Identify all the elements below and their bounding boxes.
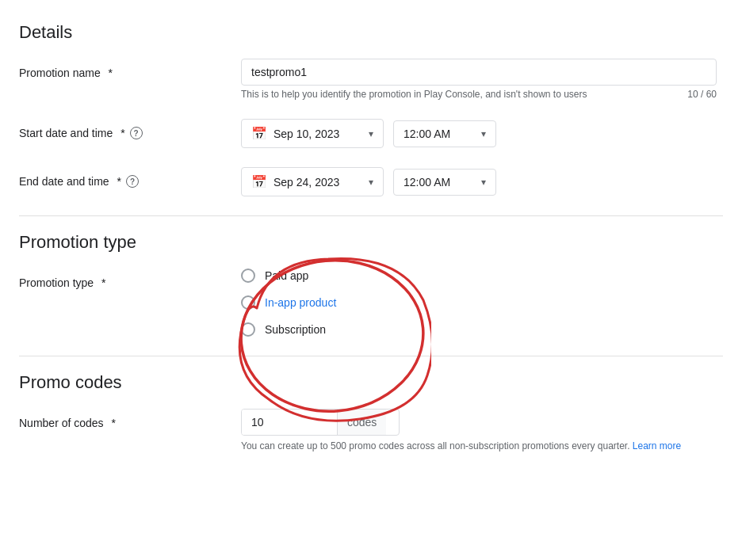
start-date-label: Start date and time * ? xyxy=(19,119,241,139)
radio-subscription[interactable] xyxy=(241,322,255,337)
calendar-icon: 📅 xyxy=(251,126,267,141)
promotion-type-label: Promotion type * xyxy=(19,269,241,289)
subscription-label: Subscription xyxy=(265,323,326,336)
radio-option-subscription[interactable]: Subscription xyxy=(241,322,723,337)
codes-hint: You can create up to 500 promo codes acr… xyxy=(241,440,717,451)
details-title: Details xyxy=(19,22,723,43)
codes-unit-label: codes xyxy=(337,410,386,435)
start-time-picker[interactable]: 12:00 AM ▾ xyxy=(393,120,496,147)
promotion-type-radio-group: Paid app In-app product Subscription xyxy=(241,269,723,337)
promotion-name-hint: This is to help you identify the promoti… xyxy=(241,89,717,100)
end-date-controls: 📅 Sep 24, 2023 ▾ 12:00 AM ▾ xyxy=(241,167,723,196)
promo-codes-section: Promo codes Number of codes * codes You … xyxy=(19,372,723,451)
end-date-label: End date and time * ? xyxy=(19,167,241,188)
number-of-codes-label: Number of codes * xyxy=(19,409,241,429)
promotion-type-row: Promotion type * Paid app In-app product xyxy=(19,269,723,337)
radio-option-in-app-product[interactable]: In-app product xyxy=(241,295,723,310)
number-of-codes-input[interactable] xyxy=(242,410,337,435)
learn-more-link[interactable]: Learn more xyxy=(633,440,681,451)
promotion-name-row: Promotion name * This is to help you ide… xyxy=(19,59,723,100)
promotion-type-title: Promotion type xyxy=(19,232,723,253)
details-divider xyxy=(19,215,723,216)
promotion-name-controls: This is to help you identify the promoti… xyxy=(241,59,723,100)
promotion-name-label: Promotion name * xyxy=(19,59,241,79)
chevron-down-icon: ▾ xyxy=(369,177,373,188)
promotion-type-section: Promotion type Promotion type * Paid app… xyxy=(19,232,723,337)
start-date-row: Start date and time * ? 📅 Sep 10, 2023 ▾… xyxy=(19,119,723,148)
radio-paid-app[interactable] xyxy=(241,269,255,283)
details-section: Details Promotion name * This is to help… xyxy=(19,22,723,196)
radio-in-app-product[interactable] xyxy=(241,295,255,310)
start-date-help-icon[interactable]: ? xyxy=(130,127,143,139)
calendar-icon: 📅 xyxy=(251,174,267,189)
number-of-codes-input-group: codes xyxy=(241,409,400,436)
number-of-codes-controls: codes You can create up to 500 promo cod… xyxy=(241,409,723,451)
promo-type-divider xyxy=(19,356,723,356)
radio-option-paid-app[interactable]: Paid app xyxy=(241,269,723,283)
chevron-down-icon: ▾ xyxy=(369,128,373,139)
end-date-picker[interactable]: 📅 Sep 24, 2023 ▾ xyxy=(241,167,384,196)
promotion-type-controls: Paid app In-app product Subscription xyxy=(241,269,723,337)
end-date-row: End date and time * ? 📅 Sep 24, 2023 ▾ 1… xyxy=(19,167,723,196)
start-date-picker[interactable]: 📅 Sep 10, 2023 ▾ xyxy=(241,119,384,148)
start-datetime-row: 📅 Sep 10, 2023 ▾ 12:00 AM ▾ xyxy=(241,119,723,148)
end-datetime-row: 📅 Sep 24, 2023 ▾ 12:00 AM ▾ xyxy=(241,167,723,196)
chevron-down-icon: ▾ xyxy=(481,128,486,139)
end-time-picker[interactable]: 12:00 AM ▾ xyxy=(393,169,496,196)
start-date-controls: 📅 Sep 10, 2023 ▾ 12:00 AM ▾ xyxy=(241,119,723,148)
end-date-help-icon[interactable]: ? xyxy=(126,175,139,188)
paid-app-label: Paid app xyxy=(265,269,308,282)
chevron-down-icon: ▾ xyxy=(481,177,486,188)
number-of-codes-row: Number of codes * codes You can create u… xyxy=(19,409,723,451)
promotion-name-input[interactable] xyxy=(241,59,717,86)
promo-codes-title: Promo codes xyxy=(19,372,723,393)
in-app-product-label: In-app product xyxy=(265,296,336,309)
